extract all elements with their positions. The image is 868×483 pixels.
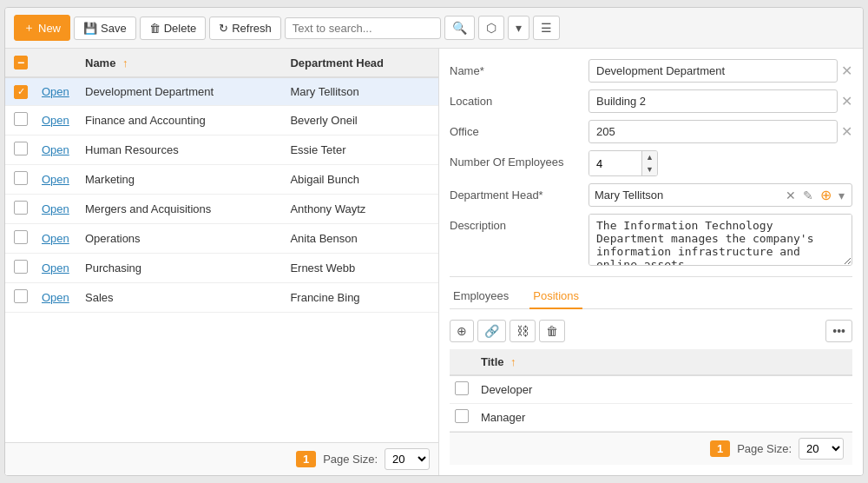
delete-button[interactable]: 🗑 Delete bbox=[140, 17, 207, 40]
save-icon: 💾 bbox=[83, 22, 97, 35]
name-sort-icon: ↑ bbox=[122, 56, 128, 69]
office-clear-button[interactable]: ✕ bbox=[841, 125, 852, 139]
description-row: Description The Information Technology D… bbox=[450, 214, 852, 266]
table-row: Open Purchasing Ernest Webb bbox=[5, 253, 438, 282]
dept-head-add-button[interactable]: ⊕ bbox=[819, 187, 833, 203]
sub-page-number[interactable]: 1 bbox=[710, 440, 730, 457]
title-header[interactable]: Title ↑ bbox=[476, 349, 852, 375]
sub-row-checkbox[interactable] bbox=[455, 409, 469, 423]
plus-icon: ＋ bbox=[23, 20, 35, 36]
location-input[interactable] bbox=[589, 89, 838, 113]
row-name-cell: Finance and Accounting bbox=[80, 105, 285, 135]
left-panel: − Name ↑ Department Head ✓ bbox=[5, 49, 439, 475]
num-employees-arrows: ▲ ▼ bbox=[641, 151, 657, 175]
dept-head-edit-button[interactable]: ✎ bbox=[801, 189, 815, 202]
tab-more-button[interactable]: ••• bbox=[825, 320, 852, 342]
office-field: ✕ bbox=[589, 120, 852, 143]
row-open-cell: Open bbox=[36, 164, 80, 194]
name-field: ✕ bbox=[589, 59, 852, 83]
main-container: ＋ New 💾 Save 🗑 Delete ↻ Refresh 🔍 ⬡ ▾ ☰ bbox=[4, 7, 864, 476]
description-textarea[interactable]: The Information Technology Department ma… bbox=[589, 214, 852, 266]
row-checkbox[interactable] bbox=[14, 260, 28, 274]
tab-delete-button[interactable]: 🗑 bbox=[539, 320, 565, 342]
location-clear-button[interactable]: ✕ bbox=[841, 95, 852, 109]
row-open-cell: Open bbox=[36, 223, 80, 253]
row-name-cell: Sales bbox=[80, 282, 285, 312]
tab-add-button[interactable]: ⊕ bbox=[450, 320, 474, 342]
select-all-header: − bbox=[5, 49, 36, 77]
office-row: Office ✕ bbox=[450, 120, 852, 143]
sub-row-title-cell: Developer bbox=[476, 375, 852, 404]
row-name-cell: Operations bbox=[80, 223, 285, 253]
tab-link-button[interactable]: 🔗 bbox=[477, 320, 506, 342]
row-checkbox[interactable] bbox=[14, 142, 28, 155]
records-table: − Name ↑ Department Head ✓ bbox=[5, 49, 438, 313]
open-link[interactable]: Open bbox=[42, 143, 69, 156]
num-employees-up[interactable]: ▲ bbox=[642, 151, 657, 163]
tabs-section: Employees Positions ⊕ 🔗 ⛓ 🗑 ••• bbox=[450, 276, 852, 465]
dept-head-clear-button[interactable]: ✕ bbox=[784, 189, 798, 202]
open-link[interactable]: Open bbox=[42, 261, 69, 275]
open-link[interactable]: Open bbox=[42, 173, 69, 186]
tab-toolbar-left: ⊕ 🔗 ⛓ 🗑 bbox=[450, 320, 565, 342]
row-checkbox[interactable] bbox=[14, 230, 28, 244]
row-checkbox[interactable] bbox=[14, 201, 28, 215]
new-button[interactable]: ＋ New bbox=[14, 15, 70, 41]
save-button[interactable]: 💾 Save bbox=[74, 17, 136, 40]
name-header[interactable]: Name ↑ bbox=[80, 49, 285, 77]
sub-pagination: 1 Page Size: 20 50 100 bbox=[450, 432, 852, 465]
refresh-button[interactable]: ↻ Refresh bbox=[209, 17, 281, 40]
open-link[interactable]: Open bbox=[42, 291, 69, 304]
num-employees-field: ▲ ▼ bbox=[589, 150, 852, 176]
open-link[interactable]: Open bbox=[42, 85, 69, 98]
columns-button[interactable]: ☰ bbox=[533, 16, 560, 40]
form-section: Name* ✕ Location ✕ Office bbox=[450, 59, 852, 266]
left-page-size-select[interactable]: 20 50 100 bbox=[385, 448, 430, 470]
num-employees-down[interactable]: ▼ bbox=[642, 163, 657, 175]
row-checkbox[interactable] bbox=[14, 112, 28, 126]
sub-table-row: Manager bbox=[450, 404, 852, 432]
export-button[interactable]: ⬡ bbox=[478, 16, 504, 40]
open-link[interactable]: Open bbox=[42, 114, 69, 127]
row-name-cell: Development Department bbox=[80, 77, 285, 105]
tab-unlink-button[interactable]: ⛓ bbox=[510, 320, 536, 342]
row-head-cell: Mary Tellitson bbox=[285, 77, 438, 105]
search-box bbox=[285, 17, 441, 39]
location-row: Location ✕ bbox=[450, 89, 852, 113]
name-clear-button[interactable]: ✕ bbox=[841, 64, 852, 78]
search-button[interactable]: 🔍 bbox=[444, 16, 475, 40]
left-page-number[interactable]: 1 bbox=[296, 451, 316, 467]
row-name-cell: Marketing bbox=[80, 164, 285, 194]
name-input[interactable] bbox=[589, 59, 838, 83]
location-field: ✕ bbox=[589, 89, 852, 113]
search-input[interactable] bbox=[293, 22, 414, 35]
dept-head-header[interactable]: Department Head bbox=[285, 49, 438, 77]
row-head-cell: Francine Bing bbox=[285, 282, 438, 312]
left-page-size-label: Page Size: bbox=[323, 453, 378, 466]
sub-table-row: Developer bbox=[450, 375, 852, 404]
tab-positions[interactable]: Positions bbox=[529, 284, 582, 309]
num-employees-label: Number Of Employees bbox=[450, 150, 580, 169]
row-checkbox[interactable] bbox=[14, 171, 28, 185]
row-head-cell: Abigail Bunch bbox=[285, 164, 438, 194]
sub-row-checkbox-cell bbox=[450, 404, 476, 432]
tab-toolbar: ⊕ 🔗 ⛓ 🗑 ••• bbox=[450, 316, 852, 349]
tab-employees[interactable]: Employees bbox=[450, 284, 512, 309]
right-panel: Name* ✕ Location ✕ Office bbox=[439, 49, 863, 475]
open-link[interactable]: Open bbox=[42, 202, 69, 215]
num-employees-input[interactable] bbox=[589, 151, 641, 175]
sub-page-size-select[interactable]: 20 50 100 bbox=[799, 438, 844, 460]
location-label: Location bbox=[450, 89, 580, 108]
row-head-cell: Beverly Oneil bbox=[285, 105, 438, 135]
row-open-cell: Open bbox=[36, 282, 80, 312]
open-link[interactable]: Open bbox=[42, 232, 69, 245]
name-row: Name* ✕ bbox=[450, 59, 852, 83]
row-open-cell: Open bbox=[36, 253, 80, 282]
sub-row-checkbox[interactable] bbox=[455, 381, 469, 395]
export-dropdown-button[interactable]: ▾ bbox=[508, 16, 529, 40]
dept-head-dropdown-button[interactable]: ▾ bbox=[837, 189, 846, 202]
row-checkbox[interactable] bbox=[14, 289, 28, 303]
deselect-all-checkbox[interactable]: − bbox=[14, 56, 28, 69]
row-checkbox[interactable]: ✓ bbox=[14, 85, 28, 99]
office-input[interactable] bbox=[589, 120, 838, 143]
